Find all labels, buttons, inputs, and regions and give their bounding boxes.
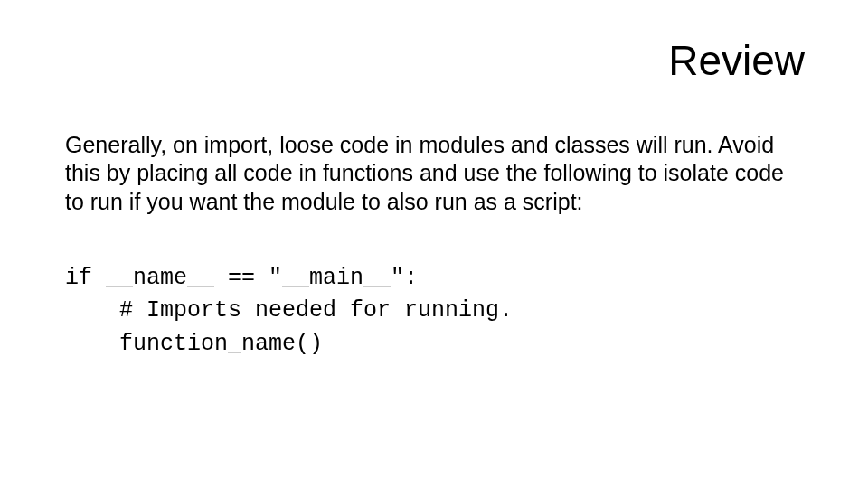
slide-paragraph: Generally, on import, loose code in modu… [65, 131, 803, 216]
slide-title: Review [668, 36, 805, 85]
slide: Review Generally, on import, loose code … [0, 0, 868, 488]
code-block: if __name__ == "__main__": # Imports nee… [65, 262, 803, 361]
